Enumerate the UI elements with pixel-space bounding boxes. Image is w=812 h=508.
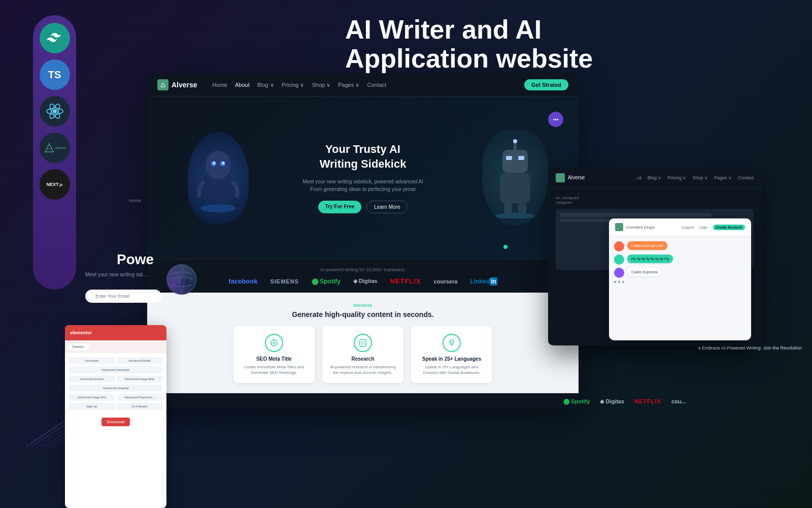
chat-logo-icon — [615, 223, 623, 231]
nav-link-shop[interactable]: Shop ∨ — [312, 82, 330, 88]
preview-hero: Your Trusty AI Writing Sidekick Meet you… — [147, 97, 579, 259]
preview-hero-text: Your Trusty AI Writing Sidekick Meet you… — [302, 142, 424, 213]
chat-avatar-1 — [614, 241, 624, 251]
nav-link-blog[interactable]: Blog ∨ — [257, 82, 274, 88]
service-card-research: Research AI-powered research is transfor… — [322, 326, 403, 383]
chat-header: Conntent Drops Support Login Create Acco… — [609, 218, 751, 236]
elementor-item-imagebox[interactable]: Advanced Image Box — [69, 394, 115, 401]
elementor-row-3: Advanced Events Advanced Image Map — [69, 375, 162, 383]
chat-support[interactable]: Support — [682, 226, 694, 229]
preview-hero-subtitle: Meet your new writing sidekick, powered … — [302, 178, 424, 193]
elementor-item-extra1[interactable]: Sign Up — [69, 403, 115, 410]
second-preview-nav: Alverse ...ut Blog ∨ Pricing ∨ Shop ∨ Pa… — [548, 168, 761, 188]
nav-link-about[interactable]: About — [235, 82, 250, 88]
chat-avatar-3 — [614, 268, 624, 278]
chat-msg-content-1: I want a Group Chat — [627, 241, 667, 250]
sidebar-pill: TS Alverse NEXT.js — [33, 15, 76, 290]
header-title-area: AI Writer and AI Application website — [345, 15, 593, 73]
brand-siemens: SIEMENS — [270, 278, 299, 284]
brand-netflix: NETFLIX — [390, 277, 421, 285]
elementor-search-input[interactable]: Search... — [69, 344, 89, 350]
elementor-search: Search... — [65, 340, 166, 353]
second-logo-icon — [556, 173, 565, 182]
preview-logo-text: Alverse — [172, 81, 197, 89]
nav-link-pricing[interactable]: Pricing ∨ — [282, 82, 304, 88]
svg-point-27 — [273, 342, 275, 344]
revolution-text: s Embrace AI-Powered Writing: Join the R… — [698, 345, 812, 351]
svg-rect-18 — [502, 150, 528, 173]
preview-services: Services Generate high-quality content i… — [147, 293, 579, 393]
second-nav-contact[interactable]: Contact — [738, 175, 754, 180]
second-nav-pricing[interactable]: Pricing ∨ — [667, 175, 686, 180]
sidebar-icon-alverse[interactable]: Alverse — [40, 133, 70, 163]
chat-create-account[interactable]: Create Account — [713, 225, 745, 230]
second-nav-blog[interactable]: Blog ∨ — [648, 175, 662, 180]
elementor-header: elementor — [65, 325, 166, 340]
email-input[interactable] — [85, 290, 161, 303]
bottom-brand-digitas: ◈ Digitas — [600, 398, 624, 405]
preview-nav: Alverse Home About Blog ∨ Pricing ∨ Shop… — [147, 74, 579, 97]
dot3 — [622, 281, 624, 283]
brands-row: facebook SIEMENS ⬤ Spotify ◈ Digitas NET… — [157, 277, 568, 285]
nav-link-contact[interactable]: Contact — [367, 82, 386, 88]
hero-title-line2: Writing Sidekick — [320, 157, 407, 170]
elementor-item-imagemap[interactable]: Advanced Image Map — [117, 375, 162, 383]
elementor-item-accordion[interactable]: Accordion — [69, 357, 115, 364]
second-preview-logo: Alverse — [556, 173, 585, 182]
btn-learn-more[interactable]: Learn More — [366, 201, 408, 213]
brand-linkedin: Linkedin — [470, 278, 497, 285]
second-nav-about[interactable]: ...ut — [634, 175, 641, 180]
breadcrumb-home: Home — [129, 198, 141, 203]
elementor-item-calc[interactable]: Advanced Calculator — [69, 366, 162, 373]
elementor-item-heading[interactable]: Advanced Heading — [69, 385, 162, 392]
second-nav-pages[interactable]: Pages ∨ — [714, 175, 732, 180]
elementor-row-6: Sign Up As Follower — [69, 403, 162, 410]
download-btn[interactable]: Download — [101, 418, 130, 426]
elementor-item-payments[interactable]: Advanced Payments... — [117, 394, 162, 401]
chat-bubble-3: Caden Espinoza — [627, 268, 661, 276]
nav-link-home[interactable]: Home — [213, 82, 227, 88]
second-nav-shop[interactable]: Shop ∨ — [692, 175, 708, 180]
services-label: Services — [157, 303, 568, 308]
service-title-research: Research — [330, 356, 396, 362]
svg-point-0 — [53, 109, 57, 113]
placeholder-line — [560, 213, 712, 217]
elementor-item-events[interactable]: Advanced Events — [69, 375, 115, 383]
header-title-line2: Application website — [345, 44, 593, 73]
service-icon-seo — [265, 334, 283, 352]
nav-link-pages[interactable]: Pages ∨ — [338, 82, 359, 88]
elementor-download[interactable]: Download — [69, 416, 162, 426]
chat-login[interactable]: Login — [699, 226, 707, 229]
second-preview-desc: on, designednstagram — [556, 196, 754, 205]
brand-spotify: ⬤ Spotify — [312, 278, 341, 285]
svg-rect-23 — [504, 203, 512, 213]
chat-header-title: Conntent Drops — [626, 225, 655, 230]
elementor-row-5: Advanced Image Box Advanced Payments... — [69, 394, 162, 401]
brands-subtitle: AI-powered writing for 10,000+ marketers… — [157, 267, 568, 272]
svg-point-25 — [495, 213, 535, 218]
email-input-area[interactable] — [85, 290, 161, 303]
sidebar-icon-nextjs[interactable]: NEXT.js — [40, 169, 70, 200]
bottom-brand-netflix: NETFLIX — [634, 398, 661, 404]
btn-try-free[interactable]: Try For Free — [318, 201, 362, 213]
svg-point-37 — [167, 265, 196, 294]
service-card-seo: SEO Meta Title Create Irresistible Meta … — [233, 326, 315, 383]
sidebar-icon-tailwind[interactable] — [40, 23, 70, 53]
svg-rect-19 — [506, 156, 512, 160]
sidebar-icon-react[interactable] — [40, 96, 70, 126]
nav-breadcrumb: Home — [129, 198, 141, 203]
chat-bubble-1: I want a Group Chat — [627, 241, 667, 250]
hero-left-robot — [188, 132, 249, 224]
elementor-item-bullet[interactable]: Advanced Bullet — [117, 357, 162, 364]
svg-point-15 — [222, 162, 224, 164]
elementor-item-extra2[interactable]: As Follower — [117, 403, 162, 410]
sidebar-icon-typescript[interactable]: TS — [40, 59, 70, 90]
power-text-overlay: Powe — [117, 251, 154, 268]
preview-nav-cta[interactable]: Get Strated — [524, 79, 568, 90]
deco-sphere — [166, 264, 197, 295]
preview-hero-buttons: Try For Free Learn More — [302, 201, 424, 213]
service-icon-languages — [443, 334, 461, 352]
chat-avatar-2 — [614, 255, 624, 265]
chat-typing-indicator — [614, 281, 746, 283]
green-dot-hero — [503, 245, 507, 249]
